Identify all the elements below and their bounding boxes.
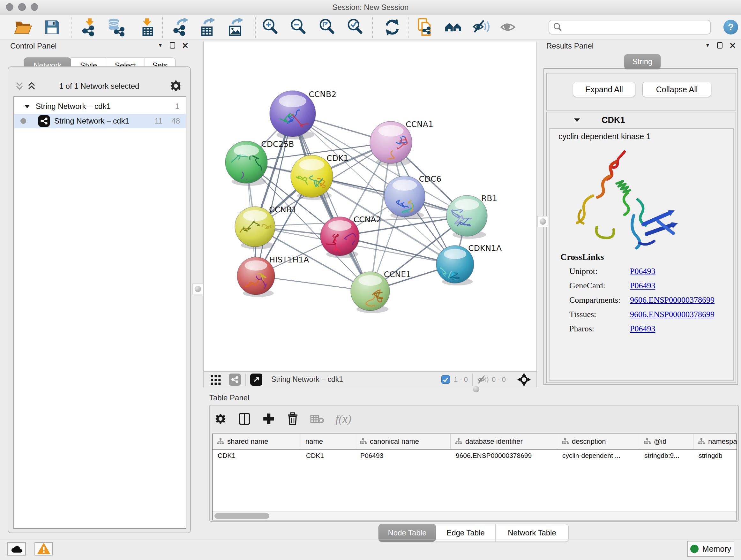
column-header-label: shared name [227, 437, 268, 446]
crosslink-link[interactable]: P06493 [630, 266, 655, 281]
results-panel-float-icon[interactable] [717, 42, 723, 49]
tab-network-table[interactable]: Network Table [495, 524, 569, 542]
network-selection-status: 1 of 1 Network selected [8, 82, 190, 91]
database-icon [107, 18, 125, 37]
control-panel-close-icon[interactable]: × [182, 42, 188, 49]
column-header-database-identifier[interactable]: database identifier [451, 434, 557, 449]
function-builder-icon[interactable]: f(x) [335, 412, 351, 426]
import-network-from-file-button[interactable] [80, 18, 98, 37]
zoom-out-button[interactable] [289, 18, 308, 37]
column-header-name[interactable]: name [301, 434, 355, 449]
open-session-button[interactable] [13, 18, 32, 37]
column-header-shared-name[interactable]: shared name [212, 434, 301, 449]
table-horizontal-scrollbar[interactable] [212, 511, 737, 520]
crosslink-link[interactable]: 9606.ENSP00000378699 [630, 310, 715, 324]
column-header-canonical-name[interactable]: canonical name [355, 434, 451, 449]
network-tree: String Network – cdk1 1 String Network –… [13, 97, 186, 529]
network-node-count: 11 [154, 117, 162, 125]
first-neighbors-button[interactable] [444, 18, 463, 37]
detach-view-icon[interactable] [250, 374, 262, 386]
network-node-RB1[interactable]: RB1 [447, 194, 497, 236]
crosslink-link[interactable]: 9606.ENSP00000378699 [630, 295, 715, 310]
control-panel-float-icon[interactable] [170, 42, 175, 49]
table-cell[interactable]: P06493 [355, 449, 451, 462]
show-all-button[interactable] [499, 18, 518, 37]
delete-table-icon[interactable] [310, 413, 325, 425]
network-canvas[interactable]: CCNB2CCNA1CDC25BCDK1CDC6RB1CCNB1CCNA2CDK… [204, 42, 536, 371]
crosslink-label: Tissues: [569, 310, 630, 324]
cloud-status-button[interactable] [7, 542, 26, 556]
column-header--id[interactable]: @id [639, 434, 693, 449]
table-row[interactable]: CDK1CDK1P064939606.ENSP00000378699cyclin… [212, 449, 737, 462]
memory-button[interactable]: Memory [687, 541, 734, 557]
network-node-HIST1H1A[interactable]: HIST1H1A [237, 255, 309, 296]
show-columns-icon[interactable] [238, 412, 251, 426]
network-node-CCNE1[interactable]: CCNE1 [351, 270, 411, 311]
export-table-button[interactable] [199, 18, 217, 37]
scrollbar-thumb[interactable] [214, 513, 269, 519]
bottom-splitter-handle[interactable] [471, 385, 482, 393]
help-button[interactable]: ? [724, 20, 738, 35]
table-cell[interactable]: stringdb:9... [639, 449, 693, 462]
control-panel-menu-icon[interactable]: ▼ [158, 43, 163, 48]
table-header-row: shared namenamecanonical namedatabase id… [212, 434, 737, 449]
add-column-icon[interactable] [262, 412, 275, 426]
status-bar: Memory [0, 540, 741, 560]
export-image-button[interactable] [226, 18, 245, 37]
node-label-CCNA2: CCNA2 [354, 215, 381, 224]
hide-selected-button[interactable] [472, 18, 491, 37]
table-cell[interactable]: stringdb [693, 449, 737, 462]
network-node-CCNA2[interactable]: CCNA2 [320, 215, 381, 258]
table-cell[interactable]: CDK1 [301, 449, 355, 462]
network-edge-count: 48 [172, 117, 180, 125]
search-input[interactable] [564, 21, 710, 34]
crosslinks-list: Uniprot:P06493GeneCard:P06493Compartment… [569, 266, 729, 338]
import-table-icon [137, 18, 156, 37]
network-row-selected[interactable]: String Network – cdk1 11 48 [14, 114, 186, 128]
zoom-selected-button[interactable] [346, 18, 364, 37]
zoom-selected-icon [346, 18, 364, 37]
export-network-button[interactable] [172, 18, 190, 37]
column-header-namespace[interactable]: namespace [693, 434, 737, 449]
zoom-in-button[interactable] [261, 18, 280, 37]
selected-checkbox-icon[interactable] [441, 375, 450, 384]
right-splitter-handle[interactable] [537, 216, 548, 227]
import-network-from-database-button[interactable] [107, 18, 125, 37]
tab-string[interactable]: String [624, 54, 661, 69]
network-birdseye-icon[interactable] [229, 374, 241, 386]
table-cell[interactable]: cyclin-dependent ... [557, 449, 639, 462]
results-panel-menu-icon[interactable]: ▼ [705, 43, 710, 48]
import-table-from-file-button[interactable] [137, 18, 156, 37]
column-header-description[interactable]: description [557, 434, 639, 449]
left-splitter-handle[interactable] [192, 284, 203, 294]
export-table-icon [199, 18, 217, 37]
grid-view-icon[interactable] [210, 374, 222, 386]
tab-node-table[interactable]: Node Table [379, 524, 436, 542]
network-collection-row[interactable]: String Network – cdk1 1 [14, 99, 186, 114]
results-panel-close-icon[interactable]: × [730, 42, 736, 49]
save-session-button[interactable] [43, 18, 61, 37]
warning-status-button[interactable] [35, 542, 53, 556]
zoom-fit-content-button[interactable] [318, 18, 336, 37]
crosslink-link[interactable]: P06493 [630, 281, 655, 295]
network-options-gear-icon[interactable] [169, 79, 183, 92]
fit-selected-crosshair-icon[interactable] [517, 372, 531, 387]
table-cell[interactable]: 9606.ENSP00000378699 [451, 449, 557, 462]
section-expand-icon[interactable] [574, 117, 581, 123]
refresh-network-button[interactable] [383, 18, 401, 37]
network-node-CCNB1[interactable]: CCNB1 [228, 205, 296, 247]
table-options-gear-icon[interactable] [214, 413, 227, 425]
node-table: shared namenamecanonical namedatabase id… [212, 434, 737, 520]
clone-network-button[interactable] [416, 18, 434, 37]
network-node-CDK1[interactable]: CDK1 [291, 153, 348, 197]
table-cell[interactable]: CDK1 [212, 449, 301, 462]
crosslink-link[interactable]: P06493 [630, 324, 655, 338]
network-node-CCNB2[interactable]: CCNB2 [270, 90, 336, 137]
collapse-all-button[interactable]: Collapse All [643, 82, 711, 97]
collection-expand-icon[interactable] [23, 104, 30, 109]
protein-section-header[interactable]: CDK1 [547, 112, 736, 128]
tab-edge-table[interactable]: Edge Table [436, 524, 495, 542]
search-box [549, 20, 711, 35]
delete-column-trash-icon[interactable] [286, 412, 299, 426]
expand-all-button[interactable]: Expand All [573, 82, 635, 97]
